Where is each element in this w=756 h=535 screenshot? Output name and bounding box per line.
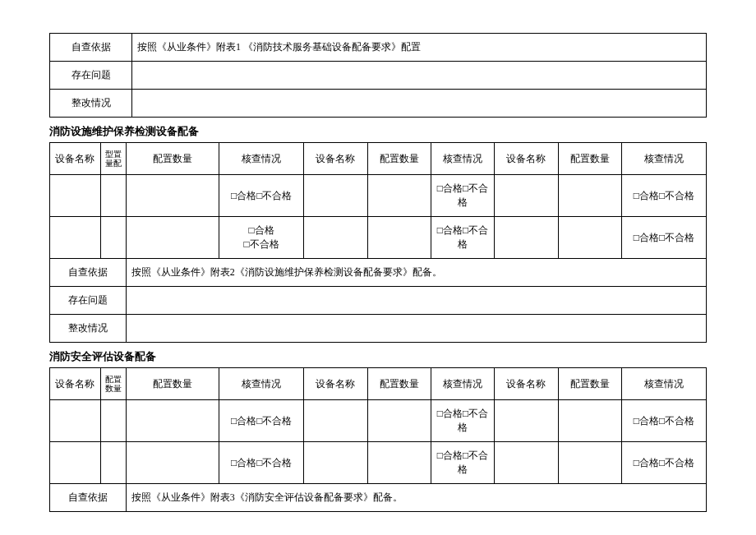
s2-rectify-label: 整改情况	[50, 315, 127, 343]
s3-h-qty-1: 配置数量	[126, 368, 219, 400]
section3-table: 设备名称 配置数量 配置数量 核查情况 设备名称 配置数量 核查情况 设备名称 …	[49, 367, 707, 512]
s2-basis-content: 按照《从业条件》附表2《消防设施维护保养检测设备配备要求》配备。	[126, 259, 706, 287]
cell	[126, 442, 219, 484]
section2-problem-row: 存在问题	[50, 287, 707, 315]
top-rectify-row: 整改情况	[50, 90, 707, 118]
cell	[100, 217, 126, 259]
s2-h-check-3: 核查情况	[621, 143, 706, 175]
check-cell: □合格□不合格	[219, 217, 304, 259]
cell	[50, 400, 101, 442]
cell	[367, 217, 431, 259]
check-cell: □合格□不合格	[219, 400, 304, 442]
cell	[495, 217, 558, 259]
cell	[304, 217, 367, 259]
s3-h-name-2: 设备名称	[304, 368, 367, 400]
section2-basis-row: 自查依据 按照《从业条件》附表2《消防设施维护保养检测设备配备要求》配备。	[50, 259, 707, 287]
section3-title: 消防安全评估设备配备	[49, 343, 707, 367]
cell	[367, 175, 431, 217]
check-cell: □合格□不合格	[219, 442, 304, 484]
cell	[558, 442, 621, 484]
check-cell: □合格□不合格	[219, 175, 304, 217]
s2-h-name-3: 设备名称	[495, 143, 558, 175]
top-problem-content	[132, 62, 707, 90]
section2-header-row: 设备名称 型置量配 配置数量 核查情况 设备名称 配置数量 核查情况 设备名称 …	[50, 143, 707, 175]
section3-basis-row: 自查依据 按照《从业条件》附表3《消防安全评估设备配备要求》配备。	[50, 484, 707, 512]
cell	[367, 400, 431, 442]
check-cell: □合格□不合格	[621, 175, 706, 217]
cell	[304, 175, 367, 217]
check-cell: □合格□不合格	[621, 442, 706, 484]
top-rectify-label: 整改情况	[50, 90, 132, 118]
s2-problem-content	[126, 287, 706, 315]
section2-table: 设备名称 型置量配 配置数量 核查情况 设备名称 配置数量 核查情况 设备名称 …	[49, 142, 707, 343]
cell	[367, 442, 431, 484]
section3-header-row: 设备名称 配置数量 配置数量 核查情况 设备名称 配置数量 核查情况 设备名称 …	[50, 368, 707, 400]
s2-h-qty-2: 配置数量	[367, 143, 431, 175]
s2-h-name-1: 设备名称	[50, 143, 101, 175]
cell	[495, 400, 558, 442]
cell	[50, 217, 101, 259]
s3-h-config: 配置数量	[100, 368, 126, 400]
s2-h-qty-3: 配置数量	[558, 143, 621, 175]
section2-row-2: □合格□不合格 □合格□不合格 □合格□不合格	[50, 217, 707, 259]
check-cell: □合格□不合格	[621, 217, 706, 259]
top-basis-row: 自查依据 按照《从业条件》附表1 《消防技术服务基础设备配备要求》配置	[50, 34, 707, 62]
check-cell: □合格□不合格	[621, 400, 706, 442]
s3-h-check-3: 核查情况	[621, 368, 706, 400]
section2-rectify-row: 整改情况	[50, 315, 707, 343]
s3-h-check-2: 核查情况	[431, 368, 494, 400]
cell	[50, 442, 101, 484]
s2-h-qty-1: 配置数量	[126, 143, 219, 175]
s2-problem-label: 存在问题	[50, 287, 127, 315]
s3-h-name-1: 设备名称	[50, 368, 101, 400]
s2-h-model: 型置量配	[100, 143, 126, 175]
s3-basis-content: 按照《从业条件》附表3《消防安全评估设备配备要求》配备。	[126, 484, 706, 512]
s3-h-check-1: 核查情况	[219, 368, 304, 400]
s2-basis-label: 自查依据	[50, 259, 127, 287]
cell	[100, 442, 126, 484]
s2-h-name-2: 设备名称	[304, 143, 367, 175]
cell	[126, 400, 219, 442]
section3-row-2: □合格□不合格 □合格□不合格 □合格□不合格	[50, 442, 707, 484]
s3-basis-label: 自查依据	[50, 484, 127, 512]
cell	[126, 217, 219, 259]
cell	[100, 175, 126, 217]
cell	[304, 400, 367, 442]
s2-h-check-1: 核查情况	[219, 143, 304, 175]
check-cell: □合格□不合格	[431, 217, 494, 259]
check-cell: □合格□不合格	[431, 442, 494, 484]
top-basis-label: 自查依据	[50, 34, 132, 62]
top-table: 自查依据 按照《从业条件》附表1 《消防技术服务基础设备配备要求》配置 存在问题…	[49, 33, 707, 118]
top-basis-content: 按照《从业条件》附表1 《消防技术服务基础设备配备要求》配置	[132, 34, 707, 62]
cell	[495, 175, 558, 217]
cell	[558, 400, 621, 442]
cell	[495, 442, 558, 484]
s2-h-check-2: 核查情况	[431, 143, 494, 175]
s2-rectify-content	[126, 315, 706, 343]
s3-h-name-3: 设备名称	[495, 368, 558, 400]
cell	[100, 400, 126, 442]
section3-row-1: □合格□不合格 □合格□不合格 □合格□不合格	[50, 400, 707, 442]
top-rectify-content	[132, 90, 707, 118]
check-cell: □合格□不合格	[431, 400, 494, 442]
s3-h-qty-3: 配置数量	[558, 368, 621, 400]
top-problem-row: 存在问题	[50, 62, 707, 90]
cell	[558, 175, 621, 217]
top-problem-label: 存在问题	[50, 62, 132, 90]
s3-h-qty-2: 配置数量	[367, 368, 431, 400]
cell	[126, 175, 219, 217]
section2-row-1: □合格□不合格 □合格□不合格 □合格□不合格	[50, 175, 707, 217]
section2-title: 消防设施维护保养检测设备配备	[49, 118, 707, 142]
check-cell: □合格□不合格	[431, 175, 494, 217]
cell	[558, 217, 621, 259]
cell	[50, 175, 101, 217]
cell	[304, 442, 367, 484]
